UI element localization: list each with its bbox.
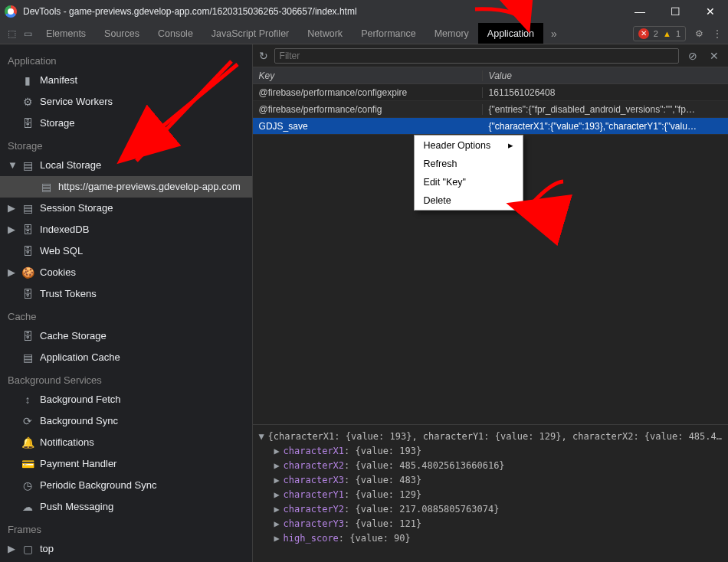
menu-item-header-options[interactable]: Header Options▸ (415, 136, 523, 155)
close-button[interactable]: ✕ (693, 0, 728, 23)
sidebar-item-session-storage[interactable]: ▶▤Session Storage (0, 198, 252, 219)
tab-performance[interactable]: Performance (352, 23, 425, 44)
sidebar-item-local-storage[interactable]: ▼▤Local Storage (0, 155, 252, 176)
table-row[interactable]: @firebase/performance/config {"entries":… (253, 101, 728, 118)
caret-right-icon: ▶ (8, 222, 15, 237)
section-background-services: Background Services (0, 368, 252, 389)
filter-input[interactable] (274, 48, 679, 64)
sidebar-item-app-cache[interactable]: ▤Application Cache (0, 347, 252, 368)
error-warning-badge[interactable]: ✕2 ▲1 (633, 26, 686, 41)
sidebar-item-manifest[interactable]: ▮Manifest (0, 70, 252, 91)
bell-icon: 🔔 (21, 435, 34, 450)
grid-icon: ▤ (40, 179, 52, 194)
storage-toolbar: ↻ ⊘ ✕ (253, 44, 728, 67)
section-cache: Cache (0, 305, 252, 325)
tab-jsprofiler[interactable]: JavaScript Profiler (202, 23, 298, 44)
kebab-icon[interactable]: ⋮ (713, 28, 722, 39)
details-panel: ▼{characterX1: {value: 193}, characterY1… (253, 424, 728, 562)
reload-icon[interactable]: ↻ (259, 50, 268, 62)
sidebar-item-frame-top[interactable]: ▶▢top (0, 538, 252, 560)
sidebar-item-cache-storage[interactable]: 🗄Cache Storage (0, 325, 252, 347)
sidebar-item-payment-handler[interactable]: 💳Payment Handler (0, 453, 252, 475)
caret-right-icon: ▶ (8, 541, 15, 557)
sidebar-item-push-messaging[interactable]: ☁Push Messaging (0, 496, 252, 518)
menu-item-edit-key[interactable]: Edit "Key" (415, 173, 523, 191)
card-icon: 💳 (21, 456, 34, 472)
settings-icon[interactable]: ⚙ (695, 28, 703, 39)
title-bar: DevTools - game-previews.gdevelop-app.co… (0, 0, 728, 23)
clock-icon: ◷ (21, 478, 34, 493)
cloud-icon: ☁ (21, 499, 34, 515)
caret-right-icon: ▶ (8, 265, 15, 280)
database-icon: 🗄 (21, 222, 34, 237)
window-title: DevTools - game-previews.gdevelop-app.co… (23, 6, 357, 17)
tab-memory[interactable]: Memory (425, 23, 478, 44)
database-icon: 🗄 (21, 116, 34, 131)
sidebar-item-indexeddb[interactable]: ▶🗄IndexedDB (0, 219, 252, 240)
cookie-icon: 🍪 (21, 265, 34, 280)
database-icon: 🗄 (21, 328, 34, 344)
fetch-icon: ↕ (21, 392, 34, 407)
sidebar-item-bg-sync[interactable]: ⟳Background Sync (0, 410, 252, 432)
inspect-icon[interactable]: ⬚ (8, 28, 16, 39)
gear-icon: ⚙ (21, 94, 34, 109)
section-storage: Storage (0, 134, 252, 155)
database-icon: 🗄 (21, 243, 34, 259)
header-key[interactable]: Key (253, 70, 483, 81)
section-application: Application (0, 49, 252, 70)
table-row[interactable]: GDJS_save {"characterX1":{"value":193},"… (253, 118, 728, 135)
menu-item-refresh[interactable]: Refresh (415, 155, 523, 173)
tab-elements[interactable]: Elements (37, 23, 95, 44)
caret-down-icon: ▼ (8, 158, 15, 173)
sidebar-item-service-workers[interactable]: ⚙Service Workers (0, 91, 252, 113)
storage-table: Key Value @firebase/performance/configex… (253, 67, 728, 135)
table-row[interactable]: @firebase/performance/configexpire 16115… (253, 84, 728, 101)
application-sidebar: Application ▮Manifest ⚙Service Workers 🗄… (0, 44, 253, 562)
document-icon: ▮ (21, 73, 34, 88)
submenu-arrow-icon: ▸ (508, 139, 513, 151)
sync-icon: ⟳ (21, 413, 34, 429)
menu-item-delete[interactable]: Delete (415, 191, 523, 210)
tab-sources[interactable]: Sources (95, 23, 149, 44)
sidebar-item-trust-tokens[interactable]: 🗄Trust Tokens (0, 283, 252, 305)
main-panel: ↻ ⊘ ✕ Key Value @firebase/performance/co… (253, 44, 728, 562)
error-count-icon: ✕ (638, 28, 649, 39)
sidebar-item-periodic-sync[interactable]: ◷Periodic Background Sync (0, 475, 252, 496)
minimize-button[interactable]: — (622, 0, 657, 23)
delete-icon[interactable]: ✕ (707, 50, 722, 62)
chrome-icon (5, 5, 17, 18)
sidebar-item-bg-fetch[interactable]: ↕Background Fetch (0, 389, 252, 410)
tab-application[interactable]: Application (478, 23, 543, 44)
sidebar-item-websql[interactable]: 🗄Web SQL (0, 240, 252, 262)
devtools-tabs: ⬚ ▭ Elements Sources Console JavaScript … (0, 23, 728, 44)
database-icon: 🗄 (21, 286, 34, 302)
section-frames: Frames (0, 518, 252, 538)
clear-icon[interactable]: ⊘ (685, 50, 700, 62)
sidebar-item-storage[interactable]: 🗄Storage (0, 113, 252, 134)
sidebar-item-notifications[interactable]: 🔔Notifications (0, 432, 252, 453)
more-tabs-button[interactable]: » (543, 23, 565, 44)
sidebar-item-cookies[interactable]: ▶🍪Cookies (0, 262, 252, 283)
header-value[interactable]: Value (483, 70, 728, 81)
sidebar-item-local-storage-origin[interactable]: ▤https://game-previews.gdevelop-app.com (0, 176, 252, 198)
caret-right-icon: ▶ (8, 201, 15, 216)
tab-console[interactable]: Console (149, 23, 202, 44)
table-body-empty: Header Options▸ Refresh Edit "Key" Delet… (253, 135, 728, 424)
context-menu: Header Options▸ Refresh Edit "Key" Delet… (414, 135, 523, 211)
warning-icon: ▲ (663, 29, 671, 38)
frame-icon: ▢ (21, 541, 34, 557)
grid-icon: ▤ (21, 201, 34, 216)
device-icon[interactable]: ▭ (24, 28, 32, 39)
tab-network[interactable]: Network (298, 23, 352, 44)
grid-icon: ▤ (21, 350, 34, 365)
table-header: Key Value (253, 67, 728, 84)
maximize-button[interactable]: ☐ (657, 0, 693, 23)
grid-icon: ▤ (21, 158, 34, 173)
